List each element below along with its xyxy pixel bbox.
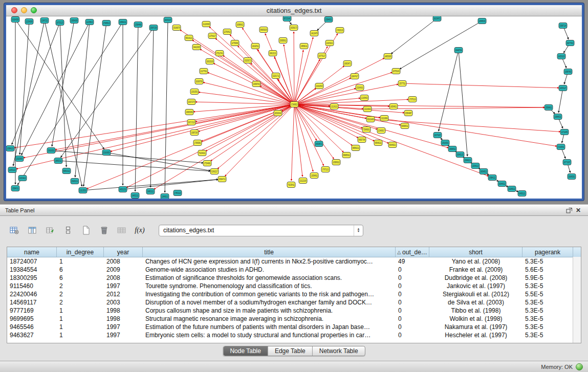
- network-node[interactable]: 13584531: [324, 17, 333, 23]
- network-node[interactable]: 19558211: [300, 43, 308, 49]
- network-node[interactable]: 15954987: [404, 111, 412, 116]
- network-node[interactable]: 22203221: [325, 40, 334, 46]
- network-node[interactable]: 76234021: [198, 150, 206, 156]
- network-node[interactable]: 16054921: [389, 104, 398, 110]
- row-height-button[interactable]: [62, 224, 74, 236]
- network-node[interactable]: 17453123: [173, 190, 182, 196]
- table-row[interactable]: 969969511998Structural magnetic resonanc…: [7, 315, 581, 323]
- network-node[interactable]: 17545513: [102, 20, 111, 26]
- network-node[interactable]: 16306173: [290, 25, 298, 31]
- table-row[interactable]: 911546021997Tourette syndrome. Phenomeno…: [7, 282, 581, 290]
- network-node[interactable]: 18153107: [164, 17, 172, 23]
- network-node[interactable]: 17240822: [290, 102, 298, 107]
- network-node[interactable]: 73549001: [362, 127, 371, 133]
- minimize-window-button[interactable]: [21, 7, 27, 13]
- network-node[interactable]: 12113531: [79, 188, 87, 193]
- column-header-name[interactable]: name: [7, 247, 57, 257]
- network-node[interactable]: 17671121: [321, 167, 330, 172]
- network-node[interactable]: 95161469: [366, 117, 375, 122]
- network-node[interactable]: 76235411: [287, 182, 295, 188]
- network-node[interactable]: 15954811: [545, 105, 553, 111]
- network-node[interactable]: 95549211: [374, 140, 382, 146]
- network-node[interactable]: 16453211: [131, 193, 139, 199]
- network-node[interactable]: 15849211: [464, 158, 472, 163]
- network-node[interactable]: 14584511: [448, 146, 456, 152]
- network-node[interactable]: 13584466: [134, 22, 142, 28]
- network-node[interactable]: 12610301: [190, 89, 199, 95]
- tab-node-table[interactable]: Node Table: [223, 346, 268, 356]
- network-node[interactable]: 12654811: [310, 173, 318, 179]
- network-node[interactable]: 10984121: [488, 175, 496, 181]
- network-node[interactable]: 10647427: [351, 74, 359, 79]
- network-node[interactable]: 14153123: [557, 54, 565, 59]
- network-node[interactable]: 16164309: [11, 17, 19, 23]
- network-node[interactable]: 13220171: [244, 58, 252, 63]
- network-node[interactable]: 19453121: [146, 189, 155, 194]
- network-node[interactable]: 19613131: [269, 51, 277, 56]
- network-node[interactable]: 16753123: [56, 20, 64, 26]
- window-titlebar[interactable]: citations_edges.txt: [6, 5, 582, 16]
- column-header-year[interactable]: year: [104, 247, 143, 257]
- network-node[interactable]: 30168079: [172, 25, 181, 31]
- import-table-button[interactable]: [116, 224, 128, 236]
- network-node[interactable]: 96609100: [259, 27, 268, 33]
- network-node[interactable]: 16044312: [498, 181, 506, 187]
- table-row[interactable]: 2242004622012Investigating the contribut…: [7, 290, 581, 298]
- close-window-button[interactable]: [11, 7, 17, 13]
- table-row[interactable]: 1830029562008Estimation of significance …: [7, 274, 581, 282]
- tab-network-table[interactable]: Network Table: [313, 346, 365, 356]
- network-node[interactable]: 95723141: [283, 16, 291, 21]
- network-node[interactable]: 14110478: [310, 31, 318, 36]
- network-node[interactable]: 13210666: [380, 116, 388, 121]
- network-node[interactable]: 19448794: [454, 48, 463, 53]
- network-node[interactable]: 18755163: [392, 69, 400, 74]
- network-node[interactable]: 19565356: [185, 110, 193, 115]
- network-node[interactable]: 13122100: [299, 178, 307, 184]
- network-node[interactable]: 17575110: [408, 97, 417, 102]
- close-panel-icon[interactable]: ✕: [574, 206, 583, 214]
- table-selector-dropdown[interactable]: citations_edges.txt ▲▼: [159, 225, 363, 236]
- network-node[interactable]: 15816351: [47, 148, 55, 154]
- network-node[interactable]: 14353127: [559, 85, 567, 91]
- network-node[interactable]: 21220638: [202, 21, 210, 27]
- network-node[interactable]: 18180760: [195, 79, 203, 84]
- network-node[interactable]: 17999381: [193, 140, 202, 146]
- network-node[interactable]: 17100541: [557, 144, 565, 150]
- function-builder-button[interactable]: f(x): [134, 224, 146, 236]
- network-node[interactable]: 34422005: [192, 45, 201, 50]
- network-node[interactable]: 59051312: [62, 168, 71, 174]
- network-node[interactable]: 14534571: [315, 141, 323, 147]
- network-node[interactable]: 27512741: [215, 51, 224, 56]
- network-node[interactable]: 14853083: [384, 54, 392, 59]
- network-node[interactable]: 12754127: [208, 33, 216, 39]
- column-header-short[interactable]: short: [429, 247, 522, 257]
- network-canvas[interactable]: 1724082219015100212778111818076012610301…: [6, 16, 582, 199]
- network-node[interactable]: 10987453: [564, 69, 572, 75]
- float-panel-icon[interactable]: [564, 206, 574, 214]
- network-node[interactable]: 16153413: [18, 176, 27, 181]
- network-node[interactable]: 16989421: [236, 22, 244, 28]
- network-node[interactable]: 13577511: [398, 81, 406, 86]
- table-row[interactable]: 1872400712008Changes of HCN gene express…: [7, 257, 581, 266]
- network-node[interactable]: 25160650: [102, 150, 111, 156]
- column-header-title[interactable]: title: [143, 247, 396, 257]
- table-row[interactable]: 1938455462009Genome-wide association stu…: [7, 266, 581, 274]
- network-node[interactable]: 16162511: [251, 43, 259, 49]
- network-node[interactable]: 48954211: [352, 145, 360, 151]
- network-node[interactable]: 12165402: [360, 95, 368, 101]
- network-node[interactable]: 19045133: [456, 152, 464, 158]
- table-row[interactable]: 946554611997Estimation of the future num…: [7, 323, 581, 331]
- network-node[interactable]: 19015100: [206, 59, 214, 64]
- network-node[interactable]: 19245012: [508, 186, 516, 192]
- network-node[interactable]: 11453123: [8, 167, 16, 173]
- network-node[interactable]: 12116121: [330, 104, 338, 110]
- network-node[interactable]: 16771007: [563, 160, 571, 165]
- network-node[interactable]: 17825133: [336, 28, 344, 33]
- network-node[interactable]: 13516351: [441, 140, 449, 146]
- network-node[interactable]: 15987114: [559, 23, 567, 29]
- network-node[interactable]: 12711453: [560, 129, 569, 135]
- network-node[interactable]: 25955812: [279, 38, 287, 43]
- network-node[interactable]: 16547109: [149, 25, 158, 31]
- new-file-button[interactable]: [80, 224, 92, 236]
- select-columns-button[interactable]: [26, 224, 38, 236]
